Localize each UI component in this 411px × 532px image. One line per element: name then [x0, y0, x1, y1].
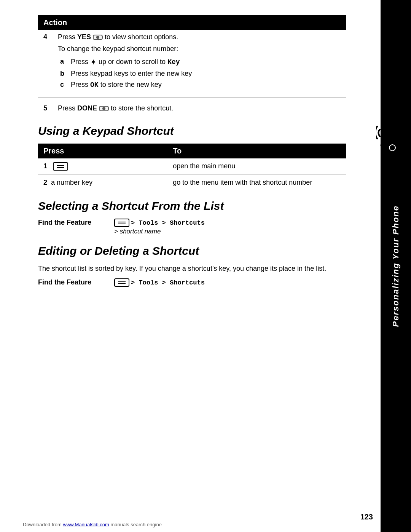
ok-label: OK	[90, 81, 99, 89]
editing-body-text: The shortcut list is sorted by key. If y…	[38, 264, 346, 274]
nav-line-edit-1	[118, 281, 126, 282]
editing-find-feature: Find the Feature > Tools > Shortcuts	[38, 278, 346, 287]
menu-icon-1	[53, 162, 68, 171]
step-4-content: Press YES to view shortcut options. To c…	[53, 30, 346, 93]
action-table: Action 4 Press YES to view shortcut opti…	[38, 15, 346, 115]
editing-find-feature-label: Find the Feature	[38, 278, 103, 286]
to-cell-1: open the main menu	[167, 158, 346, 175]
bell-icon-area	[376, 114, 410, 164]
nav-line-sel-1	[118, 222, 126, 222]
sidebar: Personalizing Your Phone	[381, 0, 411, 532]
divider-hr	[38, 97, 346, 97]
sidebar-text: Personalizing Your Phone	[391, 205, 401, 327]
divider-row	[38, 93, 346, 101]
sub-letter-b: b	[58, 68, 68, 79]
sub-step-c-text: Press OK to store the new key	[68, 79, 341, 90]
footer-prefix: Downloaded from	[23, 522, 63, 527]
key-dot	[96, 36, 99, 39]
nav-line-edit-2	[118, 283, 126, 284]
done-key-dot	[102, 107, 105, 110]
selecting-path-line-2: > shortcut name	[114, 228, 205, 235]
footer-suffix: manuals search engine	[109, 522, 162, 527]
sub-step-c: c Press OK to store the new key	[58, 79, 341, 90]
yes-button-icon	[93, 35, 103, 40]
done-button-icon	[99, 106, 109, 111]
step-4-row: 4 Press YES to view shortcut options. To…	[38, 30, 346, 93]
step-4-suffix: to view shortcut options.	[105, 33, 178, 41]
nav-line-1	[57, 165, 64, 166]
yes-label: YES	[77, 33, 91, 41]
selecting-menu-icon	[114, 219, 129, 227]
editing-find-feature-path: > Tools > Shortcuts	[114, 278, 205, 287]
nav-icon-inner-1	[57, 165, 64, 168]
press-to-table: Press To 1	[38, 144, 346, 190]
press-row-1: 1 open the main menu	[38, 158, 346, 175]
sub-steps-table: a Press ✦ up or down to scroll to Key b …	[58, 56, 341, 90]
step-5-suffix: to store the shortcut.	[111, 104, 173, 112]
step-4-main-text: Press YES to view shortcut options.	[58, 33, 341, 41]
step-5-row: 5 Press DONE to store the shortcut.	[38, 101, 346, 115]
step-4-subtext: To change the keypad shortcut number:	[58, 45, 341, 53]
selecting-path-line-1: > Tools > Shortcuts	[114, 219, 205, 227]
press-col-header: Press	[38, 144, 167, 158]
nav-inner-sel	[118, 222, 126, 224]
svg-rect-2	[391, 118, 394, 121]
sub-step-a-text: Press ✦ up or down to scroll to Key	[68, 56, 341, 68]
selecting-find-feature-label: Find the Feature	[38, 219, 103, 227]
selecting-path-sub: > shortcut name	[114, 228, 161, 235]
sub-letter-a: a	[58, 56, 68, 68]
main-content: Action 4 Press YES to view shortcut opti…	[38, 15, 346, 287]
nav-line-2	[57, 167, 64, 168]
step-4-num: 4	[38, 30, 53, 93]
press-table-header-row: Press To	[38, 144, 346, 158]
selecting-section-title: Selecting a Shortcut From the List	[38, 200, 346, 212]
svg-point-1	[389, 145, 395, 151]
to-col-header: To	[167, 144, 346, 158]
editing-path-line-1: > Tools > Shortcuts	[114, 278, 205, 287]
scroll-symbol: ✦	[90, 58, 97, 66]
sub-step-b: b Press keypad keys to enter the new key	[58, 68, 341, 79]
press-cell-2: 2 a number key	[38, 175, 167, 191]
sub-step-b-text: Press keypad keys to enter the new key	[68, 68, 341, 79]
action-header: Action	[38, 15, 346, 30]
footer: Downloaded from www.Manualslib.com manua…	[23, 522, 162, 527]
key-bold: Key	[167, 58, 180, 66]
row1-num: 1	[43, 162, 47, 170]
step-5-content: Press DONE to store the shortcut.	[53, 101, 346, 115]
using-section-title: Using a Keypad Shortcut	[38, 125, 346, 137]
page-container: Personalizing Your Phone	[0, 0, 411, 532]
page-number: 123	[360, 513, 373, 521]
bell-icon	[376, 114, 409, 160]
selecting-find-feature-path: > Tools > Shortcuts > shortcut name	[114, 219, 205, 235]
selecting-path-main: > Tools > Shortcuts	[131, 219, 205, 227]
to-cell-2: go to the menu item with that shortcut n…	[167, 175, 346, 191]
done-label: DONE	[77, 104, 97, 112]
footer-link[interactable]: www.Manualslib.com	[63, 522, 109, 527]
step-5-num: 5	[38, 101, 53, 115]
editing-section-title: Editing or Deleting a Shortcut	[38, 244, 346, 257]
row2-num: 2	[43, 179, 47, 186]
sub-letter-c: c	[58, 79, 68, 90]
nav-line-sel-2	[118, 224, 126, 224]
selecting-find-feature: Find the Feature > Tools > Shortcuts > s…	[38, 219, 346, 235]
editing-menu-icon	[114, 278, 129, 287]
press-row-2: 2 a number key go to the menu item with …	[38, 175, 346, 191]
editing-path-main: > Tools > Shortcuts	[131, 279, 205, 286]
sub-step-a: a Press ✦ up or down to scroll to Key	[58, 56, 341, 68]
press-cell-1: 1	[38, 158, 167, 175]
nav-inner-edit	[118, 281, 126, 284]
